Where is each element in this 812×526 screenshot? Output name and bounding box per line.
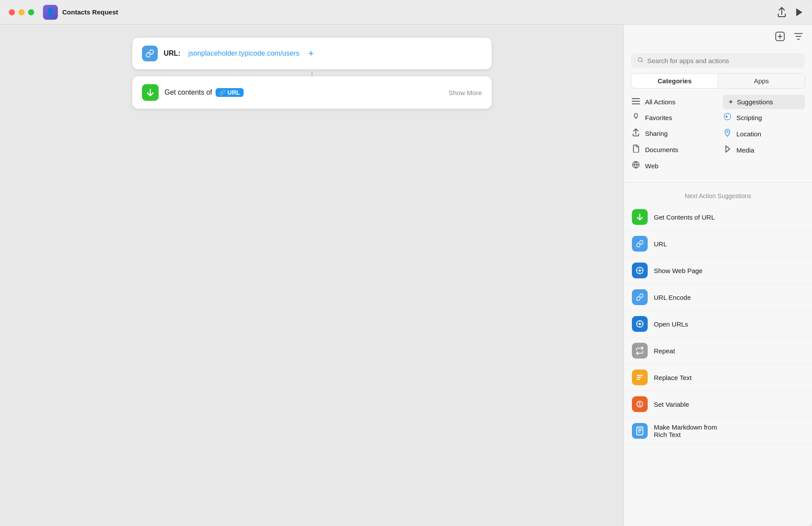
web-label: Web — [645, 162, 659, 170]
open-urls-icon — [632, 316, 648, 332]
main-window: 👤 Contacts Request — [0, 0, 812, 526]
category-media[interactable]: Media — [723, 142, 805, 158]
favorites-icon — [631, 113, 641, 122]
category-tabs: Categories Apps — [631, 73, 805, 89]
svg-rect-15 — [638, 430, 642, 431]
svg-point-7 — [639, 323, 641, 325]
url-encode-icon — [632, 289, 648, 305]
category-favorites[interactable]: Favorites — [631, 110, 714, 125]
filter-button[interactable] — [793, 31, 804, 44]
share-button[interactable] — [777, 7, 787, 18]
replace-text-icon — [632, 370, 648, 385]
action-text: Get contents of 🔗 URL — [165, 88, 443, 97]
category-all-actions[interactable]: All Actions — [631, 95, 714, 109]
badge-link-icon: 🔗 — [219, 89, 226, 96]
workflow-canvas: URL: jsonplaceholder.typicode.com/users … — [0, 25, 624, 526]
suggestion-repeat[interactable]: Repeat — [624, 338, 812, 364]
window-controls — [9, 9, 34, 15]
suggestion-open-urls-label: Open URLs — [654, 320, 688, 328]
get-contents-icon — [632, 209, 648, 225]
workflow-connector — [312, 71, 312, 76]
window-title: Contacts Request — [62, 8, 118, 16]
suggestion-set-variable-label: Set Variable — [654, 401, 689, 408]
make-markdown-icon — [632, 423, 648, 439]
tab-apps[interactable]: Apps — [718, 73, 805, 89]
categories-grid: All Actions Favorites Shar — [631, 95, 805, 174]
url-add-button[interactable]: + — [308, 48, 314, 59]
repeat-icon — [632, 343, 648, 359]
svg-rect-14 — [638, 429, 642, 430]
suggestion-open-urls[interactable]: Open URLs — [624, 311, 812, 338]
action-card-icon — [142, 84, 159, 101]
sharing-icon — [631, 128, 641, 139]
suggestion-replace-text-label: Replace Text — [654, 374, 691, 381]
titlebar-actions — [777, 7, 803, 18]
suggestion-url-encode[interactable]: URL Encode — [624, 284, 812, 311]
categories-section: All Actions Favorites Shar — [624, 95, 812, 180]
svg-rect-16 — [638, 432, 641, 433]
location-icon — [723, 129, 732, 139]
app-icon-glyph: 👤 — [46, 7, 55, 17]
media-icon — [723, 145, 732, 155]
svg-rect-10 — [637, 379, 640, 380]
suggestion-replace-text[interactable]: Replace Text — [624, 364, 812, 391]
favorites-label: Favorites — [645, 114, 672, 121]
url-card-icon — [142, 46, 158, 61]
scripting-icon — [723, 113, 732, 123]
search-bar — [631, 53, 805, 68]
documents-icon — [631, 145, 641, 155]
set-variable-icon: 1 — [632, 396, 648, 412]
svg-point-5 — [639, 270, 641, 272]
app-icon: 👤 — [43, 5, 58, 20]
close-button[interactable] — [9, 9, 15, 15]
titlebar: 👤 Contacts Request — [0, 0, 812, 25]
media-label: Media — [737, 146, 755, 154]
panel-divider — [624, 182, 812, 183]
category-documents[interactable]: Documents — [631, 142, 714, 157]
category-scripting[interactable]: Scripting — [723, 110, 805, 125]
suggestions-section: Next Action Suggestions Get Contents of … — [624, 185, 812, 526]
action-label: Get contents of — [165, 89, 213, 96]
suggestion-set-variable[interactable]: 1 Set Variable — [624, 391, 812, 418]
suggestion-repeat-label: Repeat — [654, 347, 675, 355]
tab-categories[interactable]: Categories — [631, 73, 718, 89]
all-actions-label: All Actions — [645, 98, 675, 106]
suggestion-show-web-page-label: Show Web Page — [654, 267, 702, 274]
suggestion-show-web-page[interactable]: Show Web Page — [624, 257, 812, 284]
show-web-page-icon — [632, 263, 648, 278]
suggestion-get-contents[interactable]: Get Contents of URL — [624, 204, 812, 231]
search-input[interactable] — [647, 57, 799, 64]
category-suggestions[interactable]: ✦ Suggestions — [723, 95, 805, 109]
right-panel: Categories Apps All Actions — [624, 25, 812, 526]
url-card: URL: jsonplaceholder.typicode.com/users … — [132, 38, 492, 69]
suggestion-get-contents-label: Get Contents of URL — [654, 213, 715, 221]
svg-rect-8 — [637, 375, 643, 376]
badge-label: URL — [227, 89, 240, 96]
suggestions-label: Suggestions — [737, 98, 773, 106]
category-sharing[interactable]: Sharing — [631, 126, 714, 141]
action-card: Get contents of 🔗 URL Show More — [132, 76, 492, 109]
category-web[interactable]: Web — [631, 158, 714, 174]
svg-rect-9 — [637, 377, 642, 378]
suggestion-make-markdown-label: Make Markdown from Rich Text — [654, 423, 717, 438]
category-location[interactable]: Location — [723, 126, 805, 142]
play-button[interactable] — [795, 7, 803, 17]
maximize-button[interactable] — [28, 9, 34, 15]
url-value-text[interactable]: jsonplaceholder.typicode.com/users — [188, 50, 299, 57]
url-icon — [632, 236, 648, 252]
suggestion-make-markdown[interactable]: Make Markdown from Rich Text — [624, 418, 812, 444]
main-layout: URL: jsonplaceholder.typicode.com/users … — [0, 25, 812, 526]
sharing-label: Sharing — [645, 130, 668, 137]
suggestion-url[interactable]: URL — [624, 231, 812, 257]
show-more-button[interactable]: Show More — [449, 89, 482, 96]
scripting-label: Scripting — [737, 114, 762, 121]
svg-text:1: 1 — [638, 402, 641, 407]
location-label: Location — [737, 130, 762, 138]
add-action-button[interactable] — [774, 31, 786, 44]
suggestions-icon: ✦ — [728, 98, 734, 106]
url-label-text: URL: — [164, 50, 181, 57]
svg-point-3 — [727, 131, 728, 133]
action-url-badge[interactable]: 🔗 URL — [216, 88, 244, 97]
documents-label: Documents — [645, 146, 678, 153]
minimize-button[interactable] — [18, 9, 25, 15]
